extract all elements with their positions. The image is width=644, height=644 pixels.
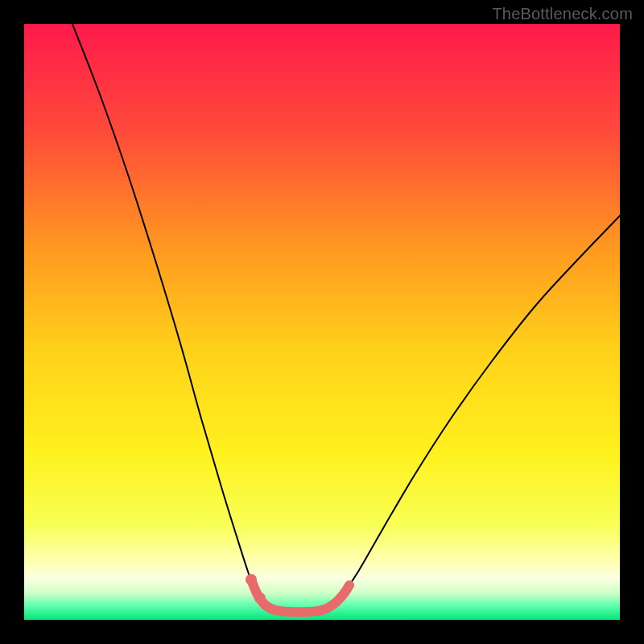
- plot-area: [24, 24, 620, 620]
- watermark-text: TheBottleneck.com: [492, 5, 633, 23]
- gradient-background: [24, 24, 620, 620]
- series-trough-highlight-dot: [246, 574, 257, 585]
- chart-frame: TheBottleneck.com: [0, 0, 644, 644]
- series-trough-highlight-dot: [254, 592, 266, 604]
- chart-svg: [24, 24, 620, 620]
